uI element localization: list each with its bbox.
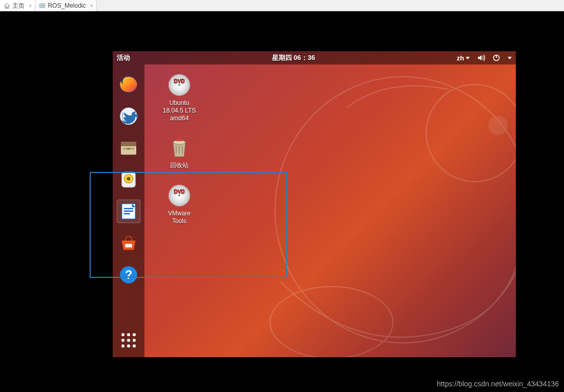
dock-thunderbird[interactable] bbox=[117, 104, 140, 128]
dock-files[interactable] bbox=[117, 136, 140, 160]
trash-icon bbox=[167, 135, 192, 160]
dock-ubuntu-software[interactable] bbox=[117, 231, 140, 255]
gnome-topbar: 活动 星期四 06：36 zh bbox=[113, 51, 516, 64]
activities-button[interactable]: 活动 bbox=[117, 53, 130, 62]
dock-libreoffice-writer[interactable] bbox=[117, 200, 140, 223]
dvd-icon: DVD bbox=[167, 73, 192, 97]
desktop-icon-vmware-tools[interactable]: DVD VMwareTools bbox=[156, 183, 203, 225]
dock-rhythmbox[interactable] bbox=[117, 168, 140, 191]
dvd-icon: DVD bbox=[167, 183, 192, 208]
svg-rect-19 bbox=[124, 210, 133, 212]
tab-home[interactable]: 主页 × bbox=[0, 0, 35, 11]
input-method[interactable]: zh bbox=[457, 54, 470, 62]
svg-point-31 bbox=[178, 194, 180, 197]
tab-label: 主页 bbox=[12, 2, 25, 10]
svg-point-26 bbox=[178, 84, 180, 86]
icon-label: VMwareTools bbox=[156, 210, 203, 225]
tab-vm[interactable]: ROS_Melodic × bbox=[35, 0, 96, 11]
svg-rect-1 bbox=[40, 5, 44, 7]
vm-icon bbox=[38, 2, 46, 9]
home-icon bbox=[3, 2, 10, 9]
dock-firefox[interactable] bbox=[117, 73, 140, 96]
tab-label: ROS_Melodic bbox=[48, 2, 86, 9]
close-icon[interactable]: × bbox=[90, 3, 93, 9]
dock-help[interactable]: ? bbox=[117, 263, 140, 287]
desktop-icon-trash[interactable]: 回收站 bbox=[156, 135, 203, 169]
show-applications-button[interactable] bbox=[117, 329, 140, 352]
svg-rect-18 bbox=[124, 208, 133, 209]
svg-point-16 bbox=[127, 177, 131, 181]
ubuntu-dock: ? bbox=[113, 64, 144, 357]
svg-text:?: ? bbox=[125, 268, 132, 281]
status-area: zh bbox=[457, 54, 512, 62]
desktop-area[interactable]: DVD Ubuntu18.04.5 LTSamd64 回收站 DVD VMwar… bbox=[144, 64, 516, 357]
watermark: https://blog.csdn.net/weixin_43434136 bbox=[437, 380, 559, 388]
lang-label: zh bbox=[457, 54, 464, 62]
chevron-down-icon bbox=[466, 57, 470, 59]
desktop-icon-ubuntu-dvd[interactable]: DVD Ubuntu18.04.5 LTSamd64 bbox=[156, 73, 203, 122]
clock[interactable]: 星期四 06：36 bbox=[272, 53, 316, 62]
svg-rect-13 bbox=[127, 148, 131, 149]
icon-label: Ubuntu18.04.5 LTSamd64 bbox=[156, 99, 203, 122]
svg-text:DVD: DVD bbox=[174, 189, 184, 194]
ubuntu-desktop: 活动 星期四 06：36 zh bbox=[113, 51, 516, 357]
svg-text:DVD: DVD bbox=[174, 78, 184, 84]
apps-grid-icon bbox=[121, 333, 136, 347]
icon-label: 回收站 bbox=[156, 162, 203, 169]
close-icon[interactable]: × bbox=[29, 3, 32, 9]
svg-rect-21 bbox=[125, 244, 132, 248]
svg-rect-20 bbox=[124, 213, 130, 214]
svg-rect-11 bbox=[121, 142, 136, 146]
chevron-down-icon bbox=[508, 57, 512, 59]
power-icon[interactable] bbox=[492, 54, 500, 62]
host-tab-strip: 主页 × ROS_Melodic × bbox=[0, 0, 564, 11]
volume-icon[interactable] bbox=[477, 54, 485, 62]
